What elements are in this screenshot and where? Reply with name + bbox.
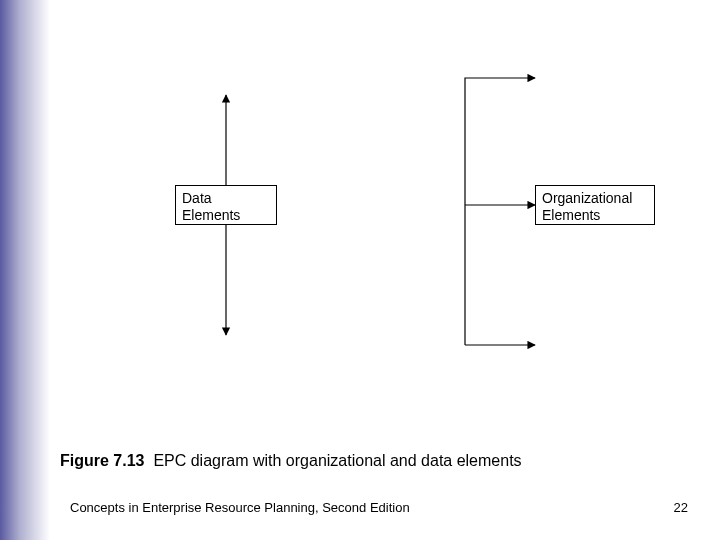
footer-book-title: Concepts in Enterprise Resource Planning… [70, 500, 410, 515]
figure-description: EPC diagram with organizational and data… [153, 452, 521, 469]
data-elements-line1: Data [182, 190, 270, 207]
data-elements-line2: Elements [182, 207, 270, 224]
footer-page-number: 22 [674, 500, 688, 515]
org-elements-line2: Elements [542, 207, 648, 224]
org-elements-line1: Organizational [542, 190, 648, 207]
figure-number: Figure 7.13 [60, 452, 144, 469]
data-elements-box: Data Elements [175, 185, 277, 225]
figure-caption: Figure 7.13 EPC diagram with organizatio… [60, 452, 522, 470]
organizational-elements-box: Organizational Elements [535, 185, 655, 225]
